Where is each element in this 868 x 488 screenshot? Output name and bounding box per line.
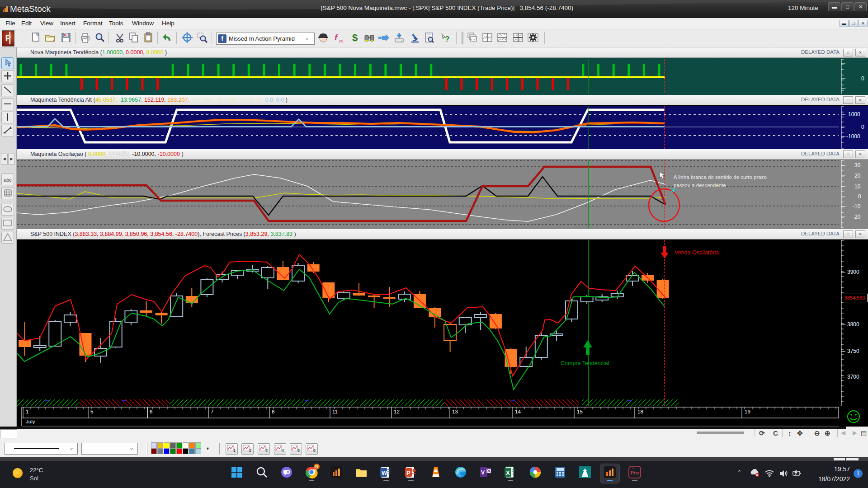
svg-text:X: X <box>506 469 510 476</box>
svg-text:$: $ <box>352 32 358 43</box>
svg-text:1: 1 <box>233 448 236 453</box>
svg-text:2: 2 <box>249 448 251 453</box>
svg-text:4: 4 <box>282 448 284 453</box>
svg-text:L: L <box>10 126 12 130</box>
svg-text:3: 3 <box>265 448 268 453</box>
svg-text:f: f <box>335 33 338 42</box>
svg-text:(x): (x) <box>339 39 344 43</box>
svg-text:W: W <box>382 469 387 476</box>
svg-text:Pro: Pro <box>631 470 639 475</box>
svg-text:P: P <box>406 469 410 476</box>
svg-text:6: 6 <box>313 448 316 453</box>
svg-text:V: V <box>481 469 485 476</box>
svg-text:5: 5 <box>297 448 300 453</box>
svg-text:?: ? <box>445 35 449 43</box>
svg-text:S: S <box>3 131 5 135</box>
